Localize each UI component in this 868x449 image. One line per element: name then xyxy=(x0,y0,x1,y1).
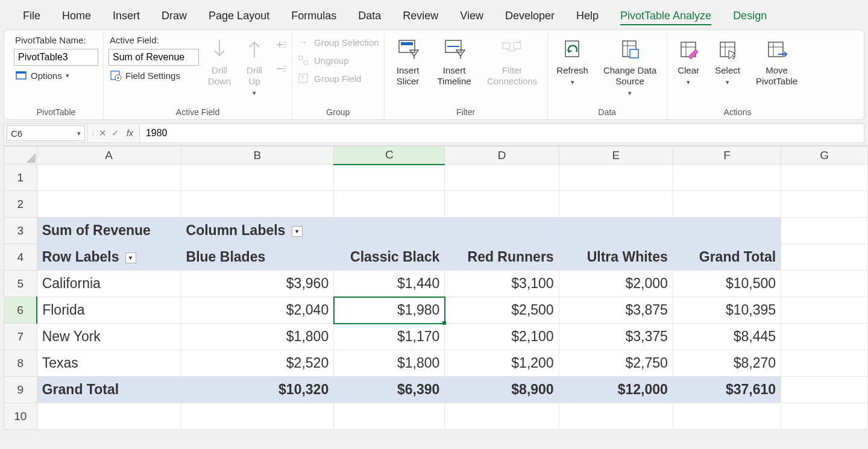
cell-D10[interactable] xyxy=(445,403,559,430)
fx-icon[interactable]: fx xyxy=(124,128,136,138)
cell-E3[interactable] xyxy=(559,218,673,244)
cell-E7[interactable]: $3,375 xyxy=(559,324,673,350)
tab-draw[interactable]: Draw xyxy=(151,6,198,26)
row-header-8[interactable]: 8 xyxy=(4,350,37,377)
cell-D4[interactable]: Red Runners xyxy=(445,244,559,271)
cell-G10[interactable] xyxy=(781,403,868,430)
row-header-2[interactable]: 2 xyxy=(4,191,37,218)
row-header-7[interactable]: 7 xyxy=(4,324,37,350)
cell-F1[interactable] xyxy=(673,165,781,191)
cell-E5[interactable]: $2,000 xyxy=(559,271,673,297)
cell-E1[interactable] xyxy=(559,165,673,191)
filter-dropdown-icon[interactable]: ▾ xyxy=(125,253,136,263)
column-header-G[interactable]: G xyxy=(781,146,868,165)
expand-field-icon[interactable] xyxy=(275,39,287,51)
ungroup-button[interactable]: Ungroup xyxy=(297,54,379,66)
tab-page-layout[interactable]: Page Layout xyxy=(198,6,280,26)
cell-A2[interactable] xyxy=(37,191,181,218)
column-header-F[interactable]: F xyxy=(673,146,781,165)
cell-A4[interactable]: Row Labels ▾ xyxy=(37,244,181,271)
group-field-button[interactable]: 7 Group Field xyxy=(297,72,379,84)
cell-G1[interactable] xyxy=(781,165,868,191)
cell-G5[interactable] xyxy=(781,271,868,297)
cell-G6[interactable] xyxy=(781,297,868,324)
cell-B1[interactable] xyxy=(181,165,334,191)
tab-developer[interactable]: Developer xyxy=(494,6,565,26)
row-header-6[interactable]: 6 xyxy=(4,297,37,324)
cell-E10[interactable] xyxy=(559,403,673,430)
insert-timeline-button[interactable]: Insert Timeline xyxy=(433,34,476,87)
cell-A9[interactable]: Grand Total xyxy=(37,377,181,403)
cell-F6[interactable]: $10,395 xyxy=(673,297,781,324)
cell-D5[interactable]: $3,100 xyxy=(445,271,559,297)
spreadsheet-grid[interactable]: ABCDEFG123Sum of RevenueColumn Labels ▾4… xyxy=(4,145,868,430)
tab-design[interactable]: Design xyxy=(722,6,778,26)
cell-C5[interactable]: $1,440 xyxy=(334,271,445,297)
cell-A3[interactable]: Sum of Revenue xyxy=(37,218,181,244)
cell-B6[interactable]: $2,040 xyxy=(181,297,334,324)
tab-help[interactable]: Help xyxy=(565,6,609,26)
row-header-9[interactable]: 9 xyxy=(4,377,37,403)
tab-review[interactable]: Review xyxy=(392,6,449,26)
tab-data[interactable]: Data xyxy=(347,6,392,26)
drill-up-button[interactable]: Drill Up ▾ xyxy=(240,34,269,97)
select-all-corner[interactable] xyxy=(4,146,37,165)
cell-F3[interactable] xyxy=(673,218,781,244)
cell-F4[interactable]: Grand Total xyxy=(673,244,781,271)
cell-G8[interactable] xyxy=(781,350,868,377)
cell-B9[interactable]: $10,320 xyxy=(181,377,334,403)
tab-view[interactable]: View xyxy=(449,6,494,26)
cell-A7[interactable]: New York xyxy=(37,324,181,350)
cell-B8[interactable]: $2,520 xyxy=(181,350,334,377)
cell-G7[interactable] xyxy=(781,324,868,350)
cell-A10[interactable] xyxy=(37,403,181,430)
drill-down-button[interactable]: Drill Down xyxy=(205,34,234,87)
cell-B7[interactable]: $1,800 xyxy=(181,324,334,350)
formula-input[interactable] xyxy=(139,124,864,142)
column-header-B[interactable]: B xyxy=(181,146,334,165)
cell-G3[interactable] xyxy=(781,218,868,244)
collapse-field-icon[interactable] xyxy=(275,63,287,75)
select-button[interactable]: Select ▾ xyxy=(711,34,744,86)
cell-F5[interactable]: $10,500 xyxy=(673,271,781,297)
active-field-input[interactable] xyxy=(108,49,199,66)
cell-F10[interactable] xyxy=(673,403,781,430)
filter-connections-button[interactable]: Filter Connections xyxy=(482,34,542,87)
cell-B4[interactable]: Blue Blades xyxy=(181,244,334,271)
cell-C3[interactable] xyxy=(334,218,445,244)
cell-G2[interactable] xyxy=(781,191,868,218)
cell-D8[interactable]: $1,200 xyxy=(445,350,559,377)
column-header-D[interactable]: D xyxy=(445,146,559,165)
cell-C4[interactable]: Classic Black xyxy=(334,244,445,271)
cell-D9[interactable]: $8,900 xyxy=(445,377,559,403)
tab-home[interactable]: Home xyxy=(51,6,102,26)
cell-C7[interactable]: $1,170 xyxy=(334,324,445,350)
column-header-C[interactable]: C xyxy=(334,146,445,165)
cell-C2[interactable] xyxy=(334,191,445,218)
tab-formulas[interactable]: Formulas xyxy=(280,6,347,26)
filter-dropdown-icon[interactable]: ▾ xyxy=(292,226,303,237)
cell-C8[interactable]: $1,800 xyxy=(334,350,445,377)
cell-F8[interactable]: $8,270 xyxy=(673,350,781,377)
cell-A5[interactable]: California xyxy=(37,271,181,297)
cell-D3[interactable] xyxy=(445,218,559,244)
accept-formula-button[interactable]: ✓ xyxy=(112,128,119,139)
cell-C1[interactable] xyxy=(334,165,445,191)
cancel-formula-button[interactable]: ✕ xyxy=(99,128,107,139)
cell-F9[interactable]: $37,610 xyxy=(673,377,781,403)
insert-slicer-button[interactable]: Insert Slicer xyxy=(389,34,427,87)
cell-D1[interactable] xyxy=(445,165,559,191)
cell-E8[interactable]: $2,750 xyxy=(559,350,673,377)
clear-button[interactable]: Clear ▾ xyxy=(672,34,705,86)
cell-C9[interactable]: $6,390 xyxy=(334,377,445,403)
row-header-1[interactable]: 1 xyxy=(4,165,37,191)
cell-A8[interactable]: Texas xyxy=(37,350,181,377)
row-header-10[interactable]: 10 xyxy=(4,403,37,430)
tab-file[interactable]: File xyxy=(12,6,51,26)
cell-D7[interactable]: $2,100 xyxy=(445,324,559,350)
cell-E2[interactable] xyxy=(559,191,673,218)
row-header-5[interactable]: 5 xyxy=(4,271,37,297)
cell-B5[interactable]: $3,960 xyxy=(181,271,334,297)
move-pivottable-button[interactable]: Move PivotTable xyxy=(750,34,804,87)
cell-F7[interactable]: $8,445 xyxy=(673,324,781,350)
